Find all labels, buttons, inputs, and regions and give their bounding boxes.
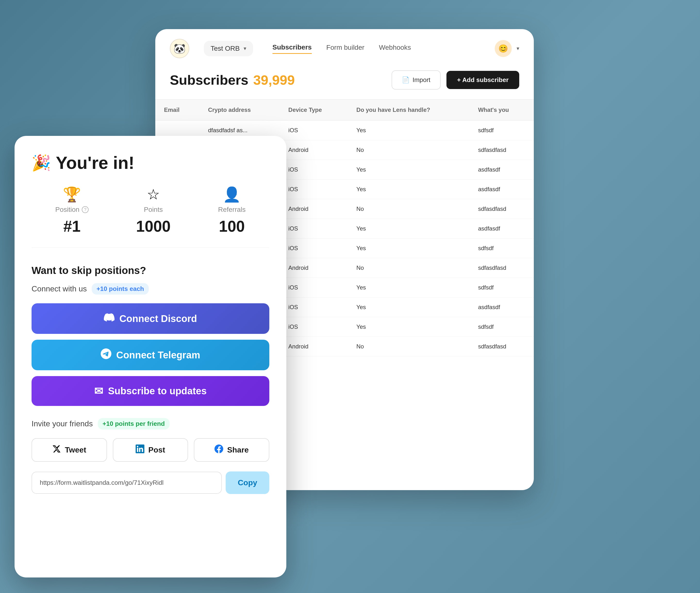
cell-lens: No (348, 140, 469, 160)
points-label: Points (144, 206, 163, 213)
cell-device: iOS (279, 278, 348, 298)
col-email: Email (155, 100, 199, 120)
telegram-icon (101, 348, 111, 361)
nav-link-form-builder[interactable]: Form builder (326, 44, 364, 53)
referrals-label: Referrals (218, 206, 246, 213)
cell-device: iOS (279, 219, 348, 238)
import-label: Import (413, 76, 430, 84)
cell-other: sdfsdf (469, 278, 534, 298)
person-icon: 👤 (223, 187, 241, 202)
subscribers-count: 39,999 (253, 72, 295, 88)
panel-title-row: 🎉 You're in! (32, 153, 269, 173)
invite-points-badge: +10 points per friend (98, 418, 169, 430)
stat-points: ☆ Points 1000 (136, 187, 170, 235)
referrals-value: 100 (219, 218, 245, 235)
table-header: Email Crypto address Device Type Do you … (155, 100, 534, 120)
connect-discord-button[interactable]: Connect Discord (32, 303, 269, 334)
position-value: #1 (63, 218, 81, 235)
subscribe-updates-button[interactable]: ✉ Subscribe to updates (32, 376, 269, 406)
cell-other: sdfasdfasd (469, 337, 534, 356)
cell-other: asdfasdf (469, 219, 534, 238)
linkedin-post-label: Post (148, 445, 165, 454)
cell-lens: Yes (348, 160, 469, 180)
cell-other: sdfsdf (469, 120, 534, 140)
referral-url-input[interactable] (32, 472, 222, 494)
invite-section: Invite your friends +10 points per frien… (32, 418, 269, 494)
invite-label: Invite your friends (32, 419, 93, 428)
cell-lens: Yes (348, 238, 469, 258)
col-device: Device Type (279, 100, 348, 120)
nav-logo: 🐼 (170, 39, 189, 58)
nav-bar: 🐼 Test ORB ▾ Subscribers Form builder We… (155, 29, 534, 58)
cell-lens: No (348, 199, 469, 219)
mail-icon: ✉ (94, 385, 103, 397)
position-label-row: Position ? (55, 206, 89, 213)
cell-device: iOS (279, 180, 348, 199)
cell-device: iOS (279, 160, 348, 180)
referral-row: Copy (32, 471, 269, 494)
connect-row: Connect with us +10 points each (32, 283, 269, 294)
col-other: What's you (469, 100, 534, 120)
cell-device: Android (279, 337, 348, 356)
points-value: 1000 (136, 218, 170, 235)
brand-selector[interactable]: Test ORB ▾ (204, 41, 253, 56)
connect-points-badge: +10 points each (92, 283, 149, 294)
logo-emoji: 🐼 (173, 43, 186, 54)
cell-lens: Yes (348, 317, 469, 337)
copy-button[interactable]: Copy (226, 471, 269, 494)
add-subscriber-button[interactable]: + Add subscriber (446, 71, 519, 89)
tweet-button[interactable]: Tweet (32, 438, 107, 462)
stat-referrals: 👤 Referrals 100 (218, 187, 246, 235)
trophy-icon: 🏆 (63, 187, 81, 202)
cell-device: iOS (279, 298, 348, 317)
cell-other: asdfasdf (469, 298, 534, 317)
facebook-share-label: Share (227, 445, 249, 454)
stat-position: 🏆 Position ? #1 (55, 187, 89, 235)
nav-link-subscribers[interactable]: Subscribers (272, 43, 312, 54)
connect-label: Connect with us (32, 284, 87, 293)
star-icon: ☆ (147, 187, 160, 202)
header-actions: 📄 Import + Add subscriber (392, 70, 519, 89)
subscribers-header: Subscribers 39,999 📄 Import + Add subscr… (155, 58, 534, 97)
cell-device: Android (279, 199, 348, 219)
brand-chevron-icon: ▾ (244, 45, 246, 52)
nav-links: Subscribers Form builder Webhooks (272, 43, 411, 54)
position-label: Position (55, 206, 80, 213)
add-subscriber-label: + Add subscriber (457, 76, 509, 84)
brand-label: Test ORB (210, 45, 240, 52)
tweet-label: Tweet (65, 445, 86, 454)
skip-section: Want to skip positions? Connect with us … (32, 265, 269, 406)
youre-in-panel: 🎉 You're in! 🏆 Position ? #1 ☆ Points 10… (14, 136, 286, 578)
cell-device: Android (279, 140, 348, 160)
table-header-row: Email Crypto address Device Type Do you … (155, 100, 534, 120)
cell-lens: Yes (348, 278, 469, 298)
position-help-icon[interactable]: ? (82, 206, 88, 213)
linkedin-post-button[interactable]: Post (113, 438, 188, 462)
cell-device: iOS (279, 317, 348, 337)
cell-lens: No (348, 337, 469, 356)
nav-dropdown-chevron-icon[interactable]: ▾ (516, 45, 519, 52)
cell-lens: No (348, 258, 469, 278)
import-icon: 📄 (402, 76, 410, 84)
telegram-label: Connect Telegram (116, 350, 200, 361)
invite-row: Invite your friends +10 points per frien… (32, 418, 269, 430)
col-lens: Do you have Lens handle? (348, 100, 469, 120)
avatar-emoji: 😊 (498, 44, 508, 53)
cell-other: sdfsdf (469, 238, 534, 258)
title-emoji: 🎉 (32, 154, 51, 172)
nav-link-webhooks[interactable]: Webhooks (379, 44, 411, 53)
nav-right: 😊 ▾ (495, 40, 519, 57)
nav-avatar[interactable]: 😊 (495, 40, 512, 57)
cell-device: iOS (279, 120, 348, 140)
subscribe-label: Subscribe to updates (108, 386, 207, 396)
import-button[interactable]: 📄 Import (392, 70, 441, 89)
cell-other: sdfsdf (469, 317, 534, 337)
page-title: Subscribers (170, 72, 248, 88)
discord-icon (104, 312, 115, 325)
cell-lens: Yes (348, 219, 469, 238)
stats-row: 🏆 Position ? #1 ☆ Points 1000 👤 Referral… (32, 187, 269, 248)
skip-title: Want to skip positions? (32, 265, 269, 276)
social-buttons-row: Tweet Post Share (32, 438, 269, 462)
facebook-share-button[interactable]: Share (194, 438, 269, 462)
connect-telegram-button[interactable]: Connect Telegram (32, 340, 269, 370)
